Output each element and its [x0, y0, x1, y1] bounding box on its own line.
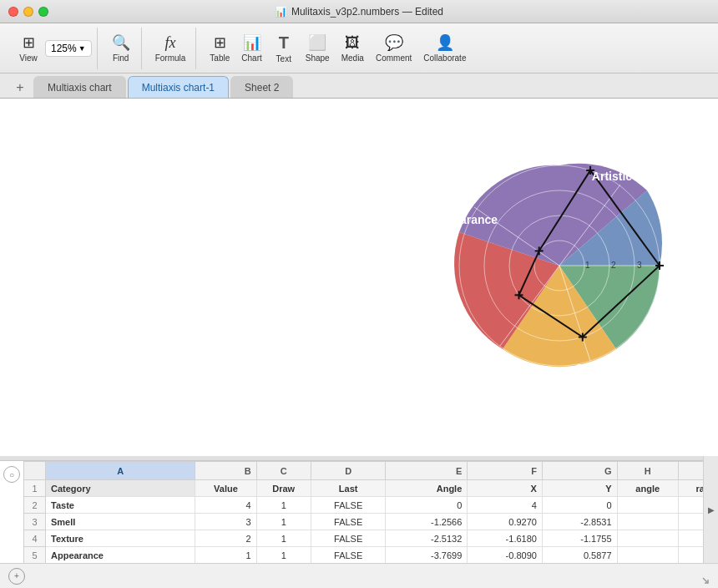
table-cell[interactable]: FALSE — [311, 497, 386, 514]
table-cell[interactable]: 0.5877 — [542, 547, 617, 564]
table-cell[interactable]: 4 — [195, 497, 256, 514]
table-cell[interactable]: -2.8531 — [542, 514, 617, 530]
appearance-label: Appearance — [431, 213, 498, 226]
view-button[interactable]: ⊞ View — [13, 30, 43, 66]
collaborate-icon: 👤 — [436, 33, 454, 52]
add-sheet-button[interactable]: + — [8, 568, 25, 585]
table-cell[interactable]: Appearance — [46, 547, 195, 564]
chart-container[interactable]: 1 2 3 — [409, 107, 710, 424]
header-x: X — [468, 480, 543, 497]
comment-label: Comment — [376, 53, 412, 63]
row-number: 4 — [24, 530, 46, 547]
col-b-header[interactable]: B — [195, 462, 256, 480]
shape-button[interactable]: ⬜ Shape — [301, 30, 335, 66]
media-icon: 🖼 — [345, 34, 360, 52]
spreadsheet-grid: ○ ▶ A B C D E F G H I — [0, 456, 718, 563]
col-d-header[interactable]: D — [311, 462, 386, 480]
app-icon: 📊 — [275, 6, 287, 18]
col-e-header[interactable]: E — [386, 462, 468, 480]
insert-group: ⊞ Table 📊 Chart T Text ⬜ Shape 🖼 Media 💬… — [200, 28, 476, 69]
table-cell[interactable] — [617, 514, 678, 530]
zoom-value: 125% — [51, 43, 77, 54]
table-cell[interactable]: 4 — [468, 497, 543, 514]
find-label: Find — [113, 53, 129, 63]
table-cell[interactable]: 1 — [256, 547, 311, 564]
table-cell[interactable]: FALSE — [311, 547, 386, 564]
table-cell[interactable] — [617, 547, 678, 564]
table-button[interactable]: ⊞ Table — [205, 30, 235, 66]
resize-handle[interactable] — [693, 568, 710, 585]
table-cell[interactable]: FALSE — [311, 514, 386, 530]
chart-button[interactable]: 📊 Chart — [236, 30, 266, 66]
table-cell[interactable] — [617, 497, 678, 514]
tab-multiaxis-chart[interactable]: Multiaxis chart — [33, 76, 126, 98]
window-title: 📊 Mulitaxis_v3p2.numbers — Edited — [275, 6, 443, 18]
table-cell[interactable]: 0 — [386, 497, 468, 514]
media-button[interactable]: 🖼 Media — [336, 31, 369, 66]
media-label: Media — [341, 53, 364, 63]
view-label: View — [19, 53, 38, 63]
horizontal-drag-handle[interactable] — [0, 456, 718, 461]
tab-0-label: Multiaxis chart — [48, 82, 112, 94]
svg-text:3: 3 — [637, 261, 642, 270]
table-cell[interactable]: -1.6180 — [468, 530, 543, 547]
table-cell[interactable]: -0.8090 — [468, 547, 543, 564]
col-c-header[interactable]: C — [256, 462, 311, 480]
text-button[interactable]: T Text — [269, 30, 299, 67]
radar-chart: 1 2 3 — [409, 107, 710, 424]
zoom-control[interactable]: 125% ▼ — [45, 40, 92, 57]
tab-multiaxis-chart-1[interactable]: Multiaxis chart-1 — [128, 76, 229, 98]
comment-button[interactable]: 💬 Comment — [371, 30, 417, 66]
formula-button[interactable]: fx Formula — [150, 31, 191, 66]
table-row[interactable]: 3Smell31FALSE-1.25660.9270-2.8531 — [24, 514, 719, 530]
formula-group: fx Formula — [145, 28, 197, 69]
chart-label: Chart — [241, 53, 261, 63]
formula-label: Formula — [155, 53, 186, 63]
table-cell[interactable]: 0.9270 — [468, 514, 543, 530]
table-cell[interactable]: 1 — [256, 530, 311, 547]
table-row[interactable]: 4Texture21FALSE-2.5132-1.6180-1.1755 — [24, 530, 719, 547]
tab-sheet-2[interactable]: Sheet 2 — [230, 76, 293, 98]
window-controls[interactable] — [8, 7, 48, 17]
col-h-header[interactable]: H — [617, 462, 678, 480]
close-button[interactable] — [8, 7, 18, 17]
table-cell[interactable]: -1.1755 — [542, 530, 617, 547]
table-cell[interactable]: -2.5132 — [386, 530, 468, 547]
data-table: A B C D E F G H I 1 Category Value Draw … — [23, 461, 718, 563]
find-button[interactable]: 🔍 Find — [106, 30, 136, 66]
table-cell[interactable]: 1 — [256, 514, 311, 530]
table-cell[interactable]: 1 — [256, 497, 311, 514]
svg-text:2: 2 — [611, 261, 616, 270]
table-cell[interactable]: Taste — [46, 497, 195, 514]
table-row[interactable]: 5Appearance11FALSE-3.7699-0.80900.5877 — [24, 547, 719, 564]
table-row[interactable]: 2Taste41FALSE040 — [24, 497, 719, 514]
minimize-button[interactable] — [23, 7, 33, 17]
collaborate-label: Collaborate — [423, 53, 466, 63]
table-cell[interactable]: -3.7699 — [386, 547, 468, 564]
table-cell[interactable]: 3 — [195, 514, 256, 530]
table-cell[interactable]: Smell — [46, 514, 195, 530]
col-a-header[interactable]: A — [46, 462, 195, 480]
texture-label: Texture — [487, 362, 528, 375]
collapse-handle[interactable]: ▶ — [703, 456, 718, 563]
table-cell[interactable]: 1 — [195, 547, 256, 564]
col-g-header[interactable]: G — [542, 462, 617, 480]
col-f-header[interactable]: F — [468, 462, 543, 480]
resize-icon — [696, 571, 710, 585]
table-icon: ⊞ — [214, 33, 226, 52]
table-cell[interactable]: 2 — [195, 530, 256, 547]
chart-icon: 📊 — [243, 33, 261, 52]
comment-icon: 💬 — [385, 33, 403, 52]
col-letter-row: A B C D E F G H I — [24, 462, 719, 480]
tabs-bar: + Multiaxis chart Multiaxis chart-1 Shee… — [0, 74, 718, 99]
table-cell[interactable] — [617, 530, 678, 547]
table-cell[interactable]: -1.2566 — [386, 514, 468, 530]
add-tab-button[interactable]: + — [10, 78, 30, 98]
maximize-button[interactable] — [38, 7, 48, 17]
table-cell[interactable]: FALSE — [311, 530, 386, 547]
taste-axis-label: Taste — [664, 256, 694, 270]
collaborate-button[interactable]: 👤 Collaborate — [418, 30, 471, 66]
table-cell[interactable]: Texture — [46, 530, 195, 547]
table-cell[interactable]: 0 — [542, 497, 617, 514]
svg-text:1: 1 — [585, 261, 590, 270]
